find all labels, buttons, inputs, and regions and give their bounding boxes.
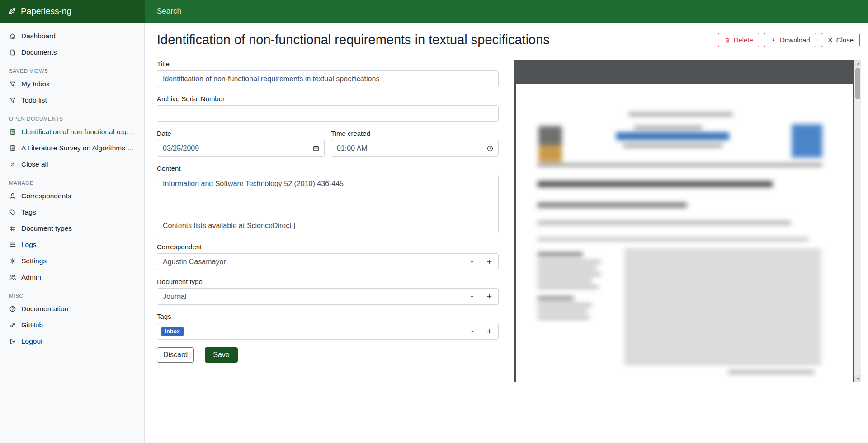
section-title-manage: MANAGE bbox=[0, 173, 144, 188]
sidebar: Dashboard Documents SAVED VIEWS My Inbox… bbox=[0, 23, 145, 443]
document-header: Identification of non-functional require… bbox=[145, 33, 868, 47]
gear-icon bbox=[9, 257, 16, 265]
calendar-icon[interactable] bbox=[312, 145, 320, 152]
sidebar-item-document-types[interactable]: Document types bbox=[0, 220, 144, 237]
sidebar-item-label: Documents bbox=[21, 48, 57, 56]
correspondent-select[interactable]: Agustin Casamayor bbox=[157, 253, 480, 270]
sidebar-item-label: Dashboard bbox=[21, 32, 56, 40]
document-edit-form: Title Archive Serial Number Date 03/25/2… bbox=[157, 60, 499, 382]
sidebar-item-dashboard[interactable]: Dashboard bbox=[0, 28, 144, 44]
sidebar-item-label: Logout bbox=[21, 337, 42, 345]
sidebar-item-github[interactable]: GitHub bbox=[0, 317, 144, 333]
sidebar-open-document-2[interactable]: A Literature Survey on Algorithms for Mu… bbox=[0, 140, 144, 156]
time-created-input[interactable]: 01:00 AM bbox=[331, 140, 499, 157]
pdf-page bbox=[516, 84, 853, 382]
date-input[interactable]: 03/25/2009 bbox=[157, 140, 325, 157]
add-correspondent-button[interactable] bbox=[480, 253, 499, 270]
logout-icon bbox=[9, 338, 16, 345]
content-textarea[interactable]: Information and Software Technology 52 (… bbox=[157, 175, 499, 233]
leaf-logo-icon bbox=[8, 7, 16, 15]
sidebar-item-logout[interactable]: Logout bbox=[0, 333, 144, 350]
sidebar-item-label: Todo list bbox=[21, 96, 47, 104]
title-label: Title bbox=[157, 60, 499, 68]
person-icon bbox=[9, 192, 16, 200]
file-icon bbox=[9, 49, 16, 56]
pdf-scrollbar-thumb[interactable] bbox=[855, 68, 860, 99]
download-button-label: Download bbox=[780, 36, 810, 44]
sidebar-item-settings[interactable]: Settings bbox=[0, 253, 144, 269]
sidebar-item-label: Settings bbox=[21, 257, 47, 265]
caret-up-icon bbox=[470, 329, 475, 334]
sidebar-item-label: Document types bbox=[21, 224, 72, 233]
time-created-label: Time created bbox=[331, 130, 499, 137]
sidebar-item-correspondents[interactable]: Correspondents bbox=[0, 188, 144, 204]
sidebar-item-documents[interactable]: Documents bbox=[0, 44, 144, 61]
hash-icon bbox=[9, 225, 16, 232]
sidebar-item-label: Documentation bbox=[21, 305, 68, 313]
trash-icon bbox=[724, 37, 731, 43]
list-icon bbox=[9, 241, 16, 248]
question-circle-icon bbox=[9, 305, 16, 312]
pdf-blurred-content bbox=[516, 84, 853, 382]
add-document-type-button[interactable] bbox=[480, 288, 499, 305]
home-icon bbox=[9, 33, 16, 40]
date-label: Date bbox=[157, 130, 325, 137]
content-row: Title Archive Serial Number Date 03/25/2… bbox=[145, 60, 868, 382]
tag-chip-inbox[interactable]: Inbox bbox=[161, 327, 184, 336]
main-content: Identification of non-functional require… bbox=[145, 0, 868, 382]
document-type-select[interactable]: Journal bbox=[157, 288, 480, 305]
sidebar-item-my-inbox[interactable]: My Inbox bbox=[0, 76, 144, 92]
plus-icon bbox=[486, 258, 493, 265]
form-buttons: Discard Save bbox=[157, 347, 499, 363]
search-region bbox=[145, 0, 868, 23]
content-label: Content bbox=[157, 164, 499, 172]
close-button[interactable]: Close bbox=[821, 33, 860, 47]
section-title-open-documents: OPEN DOCUMENTS bbox=[0, 108, 144, 124]
link-icon bbox=[9, 322, 16, 329]
save-button[interactable]: Save bbox=[205, 347, 237, 363]
download-button[interactable]: Download bbox=[764, 33, 816, 47]
pdf-viewer-toolbar bbox=[514, 60, 854, 84]
funnel-icon bbox=[9, 97, 16, 104]
brand-name: Paperless-ng bbox=[21, 6, 71, 16]
close-icon bbox=[9, 161, 16, 168]
pdf-scrollbar[interactable] bbox=[854, 60, 861, 382]
sidebar-item-documentation[interactable]: Documentation bbox=[0, 301, 144, 317]
close-button-label: Close bbox=[836, 36, 854, 44]
search-input[interactable] bbox=[145, 0, 868, 23]
time-value: 01:00 AM bbox=[337, 145, 368, 153]
download-icon bbox=[770, 37, 777, 43]
sidebar-item-label: My Inbox bbox=[21, 80, 50, 88]
archive-serial-number-input[interactable] bbox=[157, 105, 499, 122]
funnel-icon bbox=[9, 80, 16, 88]
correspondent-label: Correspondent bbox=[157, 243, 499, 251]
document-type-label: Document type bbox=[157, 278, 499, 285]
brand-link[interactable]: Paperless-ng bbox=[0, 0, 145, 23]
add-tag-button[interactable] bbox=[480, 323, 499, 340]
sidebar-item-label: Tags bbox=[21, 208, 36, 216]
clock-icon[interactable] bbox=[486, 145, 494, 152]
document-text-icon bbox=[9, 128, 16, 135]
sidebar-item-close-all[interactable]: Close all bbox=[0, 156, 144, 173]
sidebar-item-admin[interactable]: Admin bbox=[0, 269, 144, 285]
scroll-down-arrow-icon[interactable] bbox=[854, 375, 861, 382]
plus-icon bbox=[486, 328, 493, 335]
scroll-up-arrow-icon[interactable] bbox=[854, 60, 861, 67]
tags-label: Tags bbox=[157, 312, 499, 320]
sidebar-item-logs[interactable]: Logs bbox=[0, 237, 144, 253]
delete-button[interactable]: Delete bbox=[718, 33, 760, 47]
title-input[interactable] bbox=[157, 70, 499, 87]
archive-serial-number-label: Archive Serial Number bbox=[157, 95, 499, 103]
top-navbar: Paperless-ng bbox=[0, 0, 868, 23]
sidebar-item-tags[interactable]: Tags bbox=[0, 204, 144, 220]
sidebar-item-todo-list[interactable]: Todo list bbox=[0, 92, 144, 108]
section-title-saved-views: SAVED VIEWS bbox=[0, 61, 144, 76]
sidebar-item-label: Close all bbox=[21, 160, 48, 168]
discard-button[interactable]: Discard bbox=[157, 347, 194, 363]
sidebar-item-label: Admin bbox=[21, 273, 41, 281]
sidebar-open-document-1[interactable]: Identification of non-functional require… bbox=[0, 124, 144, 140]
section-title-misc: MISC bbox=[0, 285, 144, 301]
tags-dropdown-toggle-button[interactable] bbox=[465, 323, 480, 340]
tags-input[interactable]: Inbox bbox=[157, 323, 465, 340]
sidebar-item-label: Correspondents bbox=[21, 192, 71, 200]
